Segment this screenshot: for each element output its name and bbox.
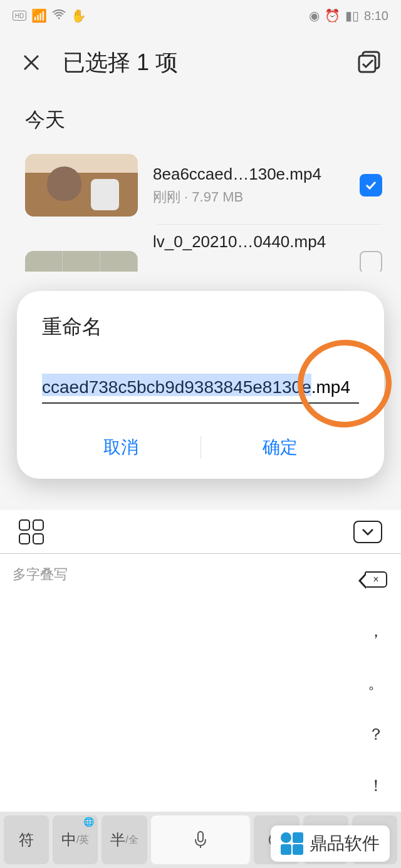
punct-key[interactable]: ， (351, 605, 401, 656)
voice-key[interactable] (151, 815, 251, 864)
file-info: 8ea6ccaed…130e.mp4 刚刚 · 7.97 MB (153, 165, 345, 207)
keyboard-sidebar: × ， 。 ？ ！ (351, 554, 401, 812)
select-all-icon[interactable] (357, 50, 382, 75)
section-today: 今天 (0, 94, 401, 146)
hd-icon: HD (13, 11, 26, 21)
status-left: HD 📶 ✋ (13, 8, 86, 23)
dialog-title: 重命名 (42, 314, 359, 341)
punct-key[interactable]: ？ (351, 708, 401, 760)
punct-key[interactable]: 。 (351, 657, 401, 708)
file-name: lv_0_20210…0440.mp4 (153, 232, 345, 252)
file-checkbox[interactable] (360, 251, 382, 272)
file-meta: 刚刚 · 7.97 MB (153, 188, 345, 207)
symbol-key[interactable]: 符 (4, 815, 49, 864)
battery-icon: ▮▯ (345, 8, 359, 23)
hand-icon: ✋ (71, 8, 86, 23)
cancel-button[interactable]: 取消 (42, 436, 200, 459)
confirm-button[interactable]: 确定 (201, 436, 360, 459)
rename-dialog: 重命名 取消 确定 (17, 291, 384, 479)
file-checkbox[interactable] (360, 174, 382, 197)
selection-header: 已选择 1 项 (0, 31, 401, 94)
status-right: ◉ ⏰ ▮▯ 8:10 (309, 8, 388, 23)
file-row[interactable]: 8ea6ccaed…130e.mp4 刚刚 · 7.97 MB (0, 146, 401, 224)
keyboard-toolbar (0, 510, 401, 554)
video-thumbnail (25, 154, 138, 217)
width-key[interactable]: 半/全 (102, 815, 147, 864)
eye-icon: ◉ (309, 8, 320, 23)
lang-key[interactable]: 🌐中/英 (53, 815, 98, 864)
alarm-icon: ⏰ (325, 8, 340, 23)
svg-point-0 (58, 17, 60, 19)
keyboard-body: 多字叠写 × ， 。 ？ ！ (0, 554, 401, 812)
file-row[interactable]: lv_0_20210…0440.mp4 (0, 225, 401, 272)
dialog-actions: 取消 确定 (42, 429, 359, 466)
rename-input[interactable] (42, 372, 359, 404)
backspace-key[interactable]: × (351, 554, 401, 605)
handwriting-hint: 多字叠写 (13, 565, 68, 584)
wifi-icon (52, 9, 66, 23)
svg-rect-2 (359, 56, 375, 72)
keyboard-apps-icon[interactable] (19, 519, 44, 544)
video-thumbnail (25, 251, 138, 272)
file-info: lv_0_20210…0440.mp4 (153, 232, 345, 255)
handwriting-area[interactable]: 多字叠写 (0, 554, 351, 812)
header-title: 已选择 1 项 (63, 48, 338, 78)
time-label: 8:10 (364, 9, 388, 23)
close-icon[interactable] (19, 50, 44, 75)
watermark-logo-icon (281, 832, 303, 855)
mic-icon (193, 830, 208, 849)
backspace-icon: × (365, 571, 387, 588)
watermark: 鼎品软件 (271, 825, 390, 862)
watermark-text: 鼎品软件 (310, 832, 380, 855)
keyboard: 多字叠写 × ， 。 ？ ！ 符 🌐中/英 半/全 123 换行 (0, 510, 401, 868)
dialog-input-wrap (42, 372, 359, 404)
punct-key[interactable]: ！ (351, 760, 401, 812)
svg-rect-3 (198, 832, 203, 842)
keyboard-collapse-icon[interactable] (353, 521, 382, 543)
signal-icon: 📶 (31, 8, 47, 23)
file-name: 8ea6ccaed…130e.mp4 (153, 165, 345, 184)
status-bar: HD 📶 ✋ ◉ ⏰ ▮▯ 8:10 (0, 0, 401, 31)
